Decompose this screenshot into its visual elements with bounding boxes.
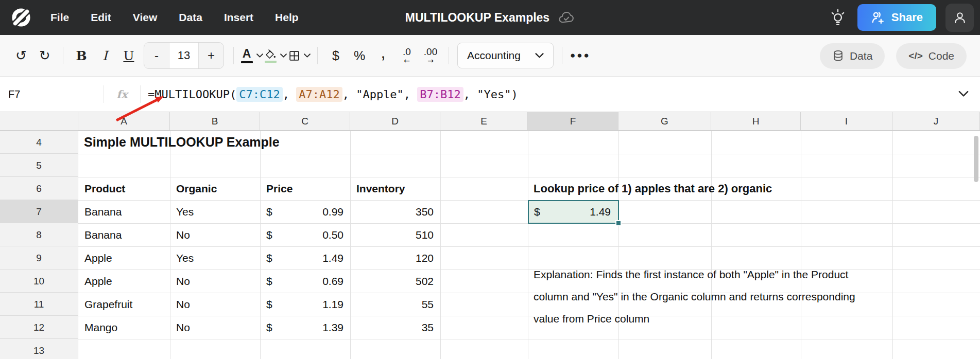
- comma-format-button[interactable]: ,: [371, 43, 395, 68]
- menu-help[interactable]: Help: [275, 11, 299, 24]
- cell-organic[interactable]: No: [170, 298, 261, 311]
- font-size-decrease-button[interactable]: -: [144, 43, 169, 68]
- menu-data[interactable]: Data: [179, 11, 202, 24]
- price-value: 1.49: [322, 252, 343, 264]
- cell-organic[interactable]: Yes: [170, 252, 261, 264]
- cell-price[interactable]: $1.39: [261, 321, 351, 334]
- column-header-b[interactable]: B: [170, 112, 260, 130]
- redo-button[interactable]: ↻: [33, 43, 57, 68]
- header-cell-organic[interactable]: Organic: [170, 183, 261, 195]
- decrease-decimal-button[interactable]: .0 ←: [395, 43, 419, 68]
- data-panel-label: Data: [850, 50, 872, 62]
- formula-input[interactable]: =MULTILOOKUP(C7:C12, A7:A12, "Apple", B7…: [148, 88, 518, 101]
- name-box[interactable]: F7: [0, 88, 104, 100]
- underline-button[interactable]: U: [117, 43, 141, 68]
- fill-color-button[interactable]: [264, 43, 287, 68]
- undo-button[interactable]: ↺: [9, 43, 33, 68]
- formula-text: , "Yes"): [463, 88, 518, 101]
- font-size-value[interactable]: 13: [169, 43, 199, 68]
- increase-decimal-button[interactable]: .00 →: [419, 43, 442, 68]
- cell-product[interactable]: Apple: [79, 275, 170, 288]
- lookup-header-cell[interactable]: Lookup price of 1) apples that are 2) or…: [534, 177, 772, 200]
- toolbar-divider: [562, 47, 562, 64]
- column-header-i[interactable]: I: [801, 112, 892, 130]
- column-header-f-selected[interactable]: F: [528, 112, 618, 130]
- menu-view[interactable]: View: [133, 11, 157, 24]
- rows-logo-icon[interactable]: [10, 7, 32, 28]
- more-options-button[interactable]: ●●●: [569, 43, 592, 68]
- number-format-value: Accounting: [467, 49, 521, 62]
- cell-product[interactable]: Banana: [79, 229, 170, 241]
- cell-inventory[interactable]: 55: [351, 298, 441, 311]
- italic-button[interactable]: I: [93, 43, 117, 68]
- cell-price[interactable]: $0.50: [261, 229, 351, 241]
- explanation-cell[interactable]: Explanation: Finds the first instance of…: [534, 263, 855, 330]
- header-cell-price[interactable]: Price: [261, 183, 351, 195]
- header-cell-product[interactable]: Product: [79, 183, 170, 195]
- bold-button[interactable]: B: [70, 43, 93, 68]
- row-header-strip: 4 5 6 7 8 9 10 11 12 13: [0, 131, 78, 359]
- share-button[interactable]: Share: [857, 4, 936, 31]
- cell-inventory[interactable]: 510: [351, 229, 441, 241]
- column-header-g[interactable]: G: [618, 112, 711, 130]
- document-title[interactable]: MULTILOOKUP Examples: [405, 11, 549, 25]
- user-avatar-button[interactable]: [945, 4, 974, 32]
- row-header-13[interactable]: 13: [0, 339, 78, 359]
- column-header-j[interactable]: J: [892, 112, 980, 130]
- topbar-actions: Share: [828, 0, 974, 35]
- cell-organic[interactable]: No: [170, 275, 261, 288]
- row-header-7-selected[interactable]: 7: [0, 200, 78, 223]
- cell-product[interactable]: Mango: [79, 321, 170, 334]
- data-panel-button[interactable]: Data: [820, 43, 885, 69]
- row-header-10[interactable]: 10: [0, 270, 78, 293]
- vertical-scrollbar-thumb[interactable]: [974, 136, 978, 182]
- cell-organic[interactable]: No: [170, 321, 261, 334]
- cell-organic[interactable]: No: [170, 229, 261, 241]
- column-header-h[interactable]: H: [711, 112, 801, 130]
- fx-icon[interactable]: fx: [104, 88, 140, 101]
- text-color-button[interactable]: A: [240, 43, 264, 68]
- cell-price[interactable]: $1.19: [261, 298, 351, 311]
- section-title-cell[interactable]: Simple MULTILOOKUP Example: [84, 131, 280, 154]
- menu-edit[interactable]: Edit: [91, 11, 111, 24]
- cell-inventory[interactable]: 120: [351, 252, 441, 264]
- column-header-a[interactable]: A: [78, 112, 170, 130]
- column-header-c[interactable]: C: [260, 112, 350, 130]
- menu-insert[interactable]: Insert: [224, 11, 253, 24]
- cell-price[interactable]: $1.49: [261, 252, 351, 264]
- row-header-9[interactable]: 9: [0, 246, 78, 270]
- borders-button[interactable]: [287, 43, 311, 68]
- row-header-5[interactable]: 5: [0, 154, 78, 177]
- row-header-12[interactable]: 12: [0, 316, 78, 339]
- row-header-4[interactable]: 4: [0, 131, 78, 154]
- row-header-11[interactable]: 11: [0, 293, 78, 316]
- fill-handle[interactable]: [615, 220, 622, 226]
- cell-product[interactable]: Grapefruit: [79, 298, 170, 311]
- percent-format-button[interactable]: %: [348, 43, 371, 68]
- column-header-d[interactable]: D: [350, 112, 440, 130]
- menu-file[interactable]: File: [50, 11, 69, 24]
- column-header-e[interactable]: E: [440, 112, 528, 130]
- formula-bar-expand-chevron-icon[interactable]: [958, 91, 969, 98]
- header-cell-inventory[interactable]: Inventory: [351, 183, 441, 195]
- cell-inventory[interactable]: 502: [351, 275, 441, 288]
- cell-organic[interactable]: Yes: [170, 206, 261, 218]
- selected-cell-f7[interactable]: $ 1.49: [528, 200, 619, 224]
- row-header-8[interactable]: 8: [0, 223, 78, 246]
- row-header-6[interactable]: 6: [0, 177, 78, 200]
- code-panel-button[interactable]: </> Code: [896, 43, 967, 69]
- number-format-dropdown[interactable]: Accounting: [457, 43, 554, 68]
- cell-inventory[interactable]: 350: [351, 206, 441, 218]
- spreadsheet-grid: A B C D E F G H I J 4 5 6 7 8 9 10 11 12…: [0, 112, 980, 359]
- cell-price[interactable]: $0.69: [261, 275, 351, 288]
- cell-price[interactable]: $0.99: [261, 206, 351, 218]
- document-title-area: MULTILOOKUP Examples: [405, 11, 575, 25]
- currency-format-button[interactable]: $: [324, 43, 348, 68]
- font-size-increase-button[interactable]: +: [199, 43, 223, 68]
- toolbar-divider: [233, 47, 234, 64]
- tips-lightbulb-icon[interactable]: [828, 7, 848, 28]
- cell-product[interactable]: Apple: [79, 252, 170, 264]
- grid-corner-cell[interactable]: [0, 112, 78, 130]
- cell-product[interactable]: Banana: [79, 206, 170, 218]
- cell-inventory[interactable]: 35: [351, 321, 441, 334]
